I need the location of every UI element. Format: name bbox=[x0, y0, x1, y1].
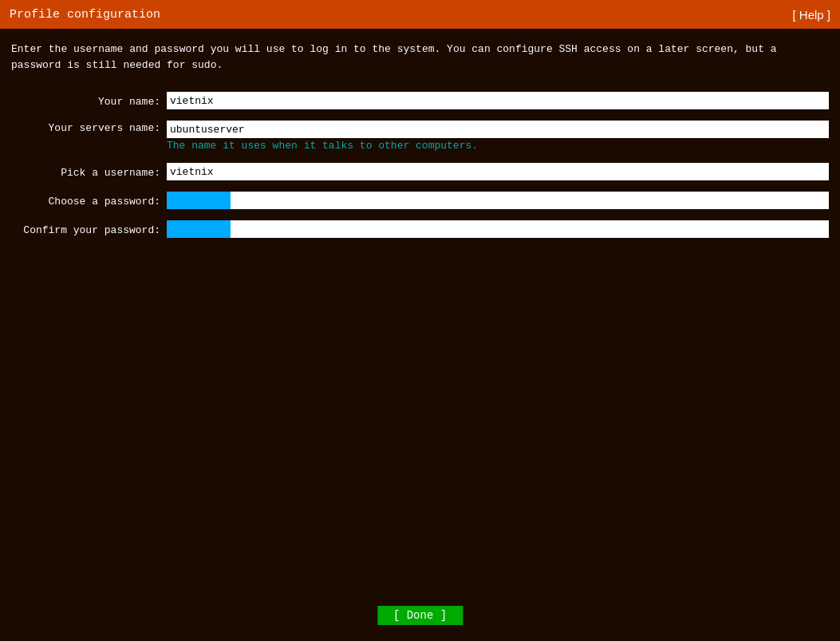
password-input-wrapper[interactable] bbox=[167, 192, 829, 209]
confirm-password-row: Confirm your password: bbox=[11, 220, 829, 238]
password-row: Choose a password: bbox=[11, 192, 829, 209]
confirm-password-input-wrapper[interactable] bbox=[167, 220, 829, 238]
password-label: Choose a password: bbox=[11, 194, 167, 208]
username-row: Pick a username: bbox=[11, 163, 829, 180]
confirm-password-label: Confirm your password: bbox=[11, 223, 167, 236]
servers-name-label: Your servers name: bbox=[11, 121, 167, 134]
username-label: Pick a username: bbox=[11, 165, 167, 179]
your-name-label: Your name: bbox=[11, 94, 167, 108]
confirm-password-fill bbox=[167, 220, 231, 238]
help-button[interactable]: [ Help ] bbox=[792, 8, 830, 22]
page-title: Profile configuration bbox=[10, 8, 160, 22]
main-content: Enter the username and password you will… bbox=[0, 29, 840, 262]
done-button-area: [ Done ] bbox=[377, 606, 463, 625]
description-text: Enter the username and password you will… bbox=[11, 42, 829, 73]
your-name-row: Your name: bbox=[11, 92, 829, 109]
your-name-input[interactable] bbox=[167, 92, 829, 109]
servers-name-input[interactable] bbox=[167, 121, 829, 138]
done-button[interactable]: [ Done ] bbox=[377, 606, 463, 625]
username-input[interactable] bbox=[167, 163, 829, 180]
form-area: Your name: Your servers name: The name i… bbox=[11, 92, 829, 249]
servers-name-hint: The name it uses when it talks to other … bbox=[167, 140, 829, 152]
password-fill bbox=[167, 192, 231, 209]
servers-name-row: Your servers name: The name it uses when… bbox=[11, 121, 829, 152]
title-bar: Profile configuration [ Help ] bbox=[0, 0, 840, 29]
